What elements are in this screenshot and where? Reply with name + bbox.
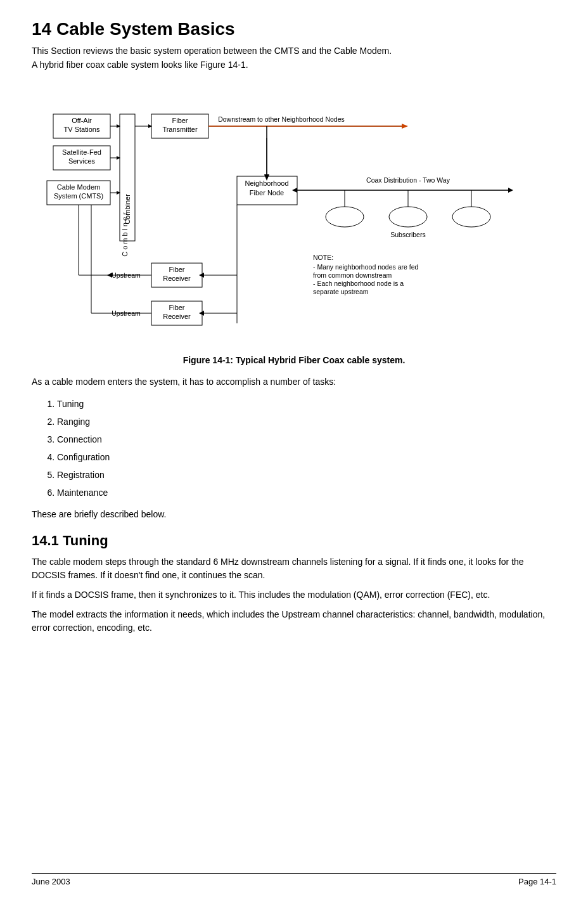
list-item: Configuration xyxy=(57,448,556,466)
page-footer: June 2003 Page 14-1 xyxy=(32,873,556,886)
svg-text:Satellite-Fed: Satellite-Fed xyxy=(62,148,101,156)
svg-text:- Many neighborhood nodes are : - Many neighborhood nodes are fed xyxy=(313,263,419,271)
svg-text:Transmitter: Transmitter xyxy=(162,126,198,133)
svg-text:Cable Modem: Cable Modem xyxy=(57,183,100,191)
svg-text:Receiver: Receiver xyxy=(163,275,191,282)
svg-rect-15 xyxy=(237,176,297,205)
svg-text:- Each neighborhood node is a: - Each neighborhood node is a xyxy=(313,280,404,287)
svg-text:Coax Distribution - Two Way: Coax Distribution - Two Way xyxy=(366,176,451,184)
footer-right: Page 14-1 xyxy=(518,877,556,886)
task-list: Tuning Ranging Connection Configuration … xyxy=(57,395,556,501)
list-item: Connection xyxy=(57,430,556,448)
footer-left: June 2003 xyxy=(32,877,70,886)
svg-text:Services: Services xyxy=(68,157,96,165)
svg-text:Fiber: Fiber xyxy=(172,117,188,124)
svg-text:Downstream to other Neighborho: Downstream to other Neighborhood Nodes xyxy=(218,115,345,123)
svg-rect-3 xyxy=(53,146,110,170)
svg-text:Fiber: Fiber xyxy=(169,304,184,311)
svg-text:from common downstream: from common downstream xyxy=(313,271,392,279)
svg-rect-12 xyxy=(151,114,208,138)
svg-text:Neighborhood: Neighborhood xyxy=(245,179,288,187)
svg-text:separate upstream: separate upstream xyxy=(313,288,369,295)
tuning-para-3: The model extracts the information it ne… xyxy=(32,608,556,635)
tuning-para-2: If it finds a DOCSIS frame, then it sync… xyxy=(32,588,556,602)
list-item: Registration xyxy=(57,466,556,484)
list-item: Ranging xyxy=(57,413,556,430)
svg-text:Combiner: Combiner xyxy=(124,194,131,224)
svg-text:Off-Air: Off-Air xyxy=(72,117,92,124)
svg-text:Subscribers: Subscribers xyxy=(390,231,425,238)
intro-line-2: A hybrid fiber coax cable system looks l… xyxy=(32,60,556,70)
subsection-title: 14.1 Tuning xyxy=(32,533,556,549)
svg-point-43 xyxy=(326,207,364,227)
svg-rect-21 xyxy=(151,301,202,325)
svg-text:C o m b I n e r: C o m b I n e r xyxy=(121,212,129,257)
svg-marker-54 xyxy=(107,273,112,278)
svg-marker-48 xyxy=(199,273,204,278)
tuning-para-1: The cable modem steps through the standa… xyxy=(32,555,556,582)
svg-text:Fiber Node: Fiber Node xyxy=(250,189,284,197)
svg-marker-39 xyxy=(508,188,513,193)
svg-marker-30 xyxy=(402,124,408,129)
figure-caption: Figure 14-1: Typical Hybrid Fiber Coax c… xyxy=(32,355,556,365)
list-item: Maintenance xyxy=(57,484,556,501)
chapter-title: 14 Cable System Basics xyxy=(32,19,556,39)
svg-rect-6 xyxy=(47,181,110,205)
svg-text:System (CMTS): System (CMTS) xyxy=(54,192,103,200)
svg-text:Upstream: Upstream xyxy=(112,309,141,317)
svg-rect-9 xyxy=(120,114,135,241)
svg-marker-38 xyxy=(292,188,297,193)
svg-point-45 xyxy=(452,207,490,227)
svg-marker-33 xyxy=(264,174,269,181)
svg-text:Upstream: Upstream xyxy=(112,271,141,279)
list-item: Tuning xyxy=(57,395,556,413)
svg-point-44 xyxy=(389,207,427,227)
figure-diagram: Off-Air TV Stations Satellite-Fed Servic… xyxy=(34,82,554,349)
svg-text:Receiver: Receiver xyxy=(163,313,191,320)
intro-line-1: This Section reviews the basic system op… xyxy=(32,46,556,56)
svg-marker-50 xyxy=(199,311,204,316)
svg-text:Fiber: Fiber xyxy=(169,266,184,273)
tasks-intro: As a cable modem enters the system, it h… xyxy=(32,375,556,389)
svg-rect-18 xyxy=(151,263,202,287)
svg-text:TV Stations: TV Stations xyxy=(64,126,100,133)
tasks-footer: These are briefly described below. xyxy=(32,508,556,521)
svg-marker-35 xyxy=(264,175,269,178)
svg-rect-0 xyxy=(53,114,110,138)
svg-text:NOTE:: NOTE: xyxy=(313,254,333,261)
